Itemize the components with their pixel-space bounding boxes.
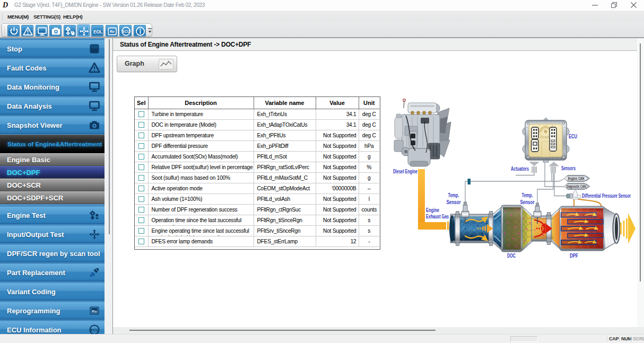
cell-variable: DFES_stErrLamp — [254, 236, 316, 247]
sidebar-scrollbar[interactable] — [105, 38, 112, 334]
sidebar-item-doc-scr[interactable]: DOC+SCR — [0, 179, 105, 191]
toolbar-power-button[interactable] — [7, 25, 20, 37]
sidebar-item-label: Part Replacement — [7, 268, 65, 276]
row-checkbox[interactable] — [138, 164, 144, 170]
cell-unit: deg C — [359, 130, 379, 140]
svg-text:ECU: ECU — [91, 328, 99, 331]
sidebar-item-part-replacement[interactable]: Part Replacement — [0, 263, 105, 282]
maximize-button[interactable] — [606, 0, 622, 10]
table-row: DFES error lamp demandsDFES_stErrLamp12- — [135, 236, 379, 247]
cell-variable: Exh_tAdapTOxiCatUs — [254, 119, 316, 130]
sidebar: StopFault CodesData MonitoringData Analy… — [0, 38, 105, 334]
sidebar-item-status-of-engine-aftertreatment[interactable]: Status of Engine&Aftertreatment — [0, 135, 105, 153]
table-row: DOC in temperature (Model)Exh_tAdapTOxiC… — [135, 119, 379, 130]
sidebar-item-fault-codes[interactable]: Fault Codes — [0, 58, 105, 77]
sidebar-item-doc-sdpf-scr[interactable]: DOC+SDPF+SCR — [0, 191, 105, 204]
move-icon — [89, 228, 100, 240]
row-checkbox[interactable] — [138, 143, 144, 149]
row-checkbox[interactable] — [138, 111, 144, 117]
cell-description: Operation time since the last successful… — [149, 215, 254, 225]
cell-value: Not Supported — [316, 225, 359, 236]
sidebar-item-ecu-information[interactable]: ECU InformationECU — [0, 320, 105, 334]
sidebar-item-variant-coding[interactable]: Variant Coding — [0, 282, 105, 301]
vertical-scrollbar-thumb[interactable] — [640, 43, 641, 282]
toolbar-snapshot-button[interactable] — [49, 25, 62, 37]
cell-description: DPF upstream temperature — [149, 130, 254, 140]
sidebar-item-data-monitoring[interactable]: Data Monitoring — [0, 77, 105, 96]
status-caps: CAP — [609, 336, 619, 341]
close-button[interactable] — [625, 0, 641, 10]
toolbar-ecu-button[interactable]: ECU — [119, 25, 132, 37]
statusbar: CAP NUM SCRL — [0, 334, 644, 343]
col-variable[interactable]: Variable name — [254, 97, 316, 109]
row-checkbox[interactable] — [138, 175, 144, 181]
sidebar-scrollbar-thumb[interactable] — [109, 39, 110, 234]
row-checkbox[interactable] — [138, 133, 144, 138]
row-checkbox[interactable] — [138, 122, 144, 128]
sidebar-item-dpf-scr-regen-by-scan-tool[interactable]: DPF/SCR regen by scan tool — [0, 244, 105, 262]
row-checkbox[interactable] — [138, 207, 144, 213]
menu-item-help[interactable]: HELP(H) — [63, 11, 82, 23]
sidebar-item-reprogramming[interactable]: ReprogrammingRe — [0, 301, 105, 320]
cell-unit: hPa — [359, 140, 379, 151]
row-checkbox[interactable] — [138, 186, 144, 191]
toolbar-overflow-button[interactable] — [147, 27, 152, 35]
toolbar-eol-button[interactable]: EOL — [91, 25, 103, 37]
toolbar-engine-test-button[interactable] — [64, 25, 76, 37]
toolbar-monitor-button[interactable] — [36, 25, 48, 37]
svg-text:ECU: ECU — [123, 30, 130, 33]
sidebar-item-doc-dpf[interactable]: DOC+DPF — [0, 166, 105, 179]
row-checkbox[interactable] — [138, 239, 144, 244]
toolbar-info-button[interactable] — [134, 25, 146, 37]
menu-item-menu[interactable]: MENU(M) — [7, 11, 29, 23]
col-value[interactable]: Value — [316, 97, 359, 109]
diagnostic-can-badge: Diagnostic CAN — [564, 183, 589, 190]
toolbar-reprogram-button[interactable]: Re — [106, 25, 118, 37]
minimize-button[interactable] — [587, 0, 603, 10]
horizontal-scrollbar-thumb[interactable] — [129, 330, 436, 331]
row-checkbox[interactable] — [138, 154, 144, 160]
sidebar-item-stop[interactable]: Stop — [0, 39, 105, 58]
sidebar-item-engine-test[interactable]: Engine Test — [0, 206, 105, 224]
vertical-scrollbar[interactable] — [637, 38, 644, 327]
row-checkbox[interactable] — [138, 228, 144, 234]
cell-variable: PFltLd_mMaxSotM_C — [254, 172, 316, 183]
graph-button[interactable]: Graph — [117, 56, 177, 72]
cell-description: DPF differential pressure — [149, 141, 254, 151]
col-unit[interactable]: Unit — [359, 97, 379, 109]
table-header-row: Sel Description Variable name Value Unit — [135, 97, 379, 109]
cell-unit: s — [359, 225, 379, 236]
minimize-icon — [592, 2, 598, 8]
status-num: NUM — [621, 336, 632, 341]
sidebar-item-input-output-test[interactable]: Input/Output Test — [0, 225, 105, 243]
menu-item-setting[interactable]: SETTING(S) — [33, 11, 60, 23]
cell-description: Turbine in temperature — [149, 109, 254, 119]
fault-icon — [89, 62, 100, 74]
ecu-brand: BOSCH — [540, 136, 550, 139]
col-sel[interactable]: Sel — [135, 97, 148, 109]
cell-description: Engine operating time since last success… — [149, 226, 254, 236]
status-separator — [619, 336, 620, 342]
toolbar-fault-button[interactable] — [21, 25, 33, 37]
col-desc[interactable]: Description — [148, 97, 254, 109]
table-row: Engine operating time since last success… — [135, 225, 379, 236]
row-checkbox[interactable] — [138, 196, 144, 202]
actuators-arrow-icon — [529, 162, 539, 173]
row-checkbox[interactable] — [138, 217, 144, 223]
table-row: DPF differential pressureExh_pPFltDiffNo… — [135, 140, 379, 151]
cell-unit: deg C — [359, 119, 379, 130]
cell-value: Not Supported — [316, 162, 359, 172]
label-diff-pressure: Differential Pressure Sensor — [582, 193, 631, 199]
menubar-grip — [2, 13, 3, 21]
toolbar-io-test-button[interactable] — [77, 25, 90, 37]
sidebar-item-snapshot-viewer[interactable]: Snapshot Viewer — [0, 116, 105, 134]
horizontal-scrollbar[interactable] — [113, 327, 644, 334]
sidebar-item-engine-basic[interactable]: Engine Basic — [0, 153, 105, 166]
cell-variable: PFltRgn_ctRgnSuc — [254, 204, 316, 215]
sidebar-item-data-analysis[interactable]: Data Analysis — [0, 96, 105, 115]
sidebar-item-label: Engine Test — [7, 211, 46, 219]
cell-value: '0000000B — [316, 183, 359, 194]
status-progress-box — [510, 336, 538, 342]
chevron-down-icon — [147, 27, 152, 35]
cell-unit: counts — [359, 204, 379, 215]
